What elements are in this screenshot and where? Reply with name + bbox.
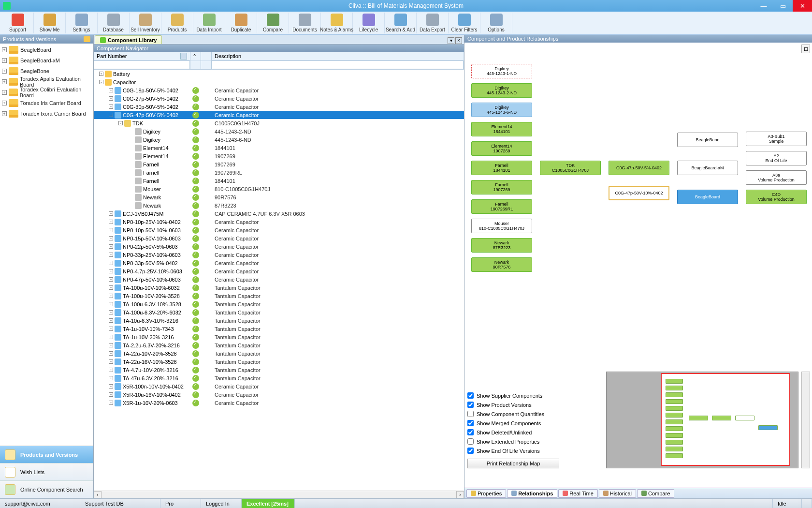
- tab-relationships[interactable]: Relationships: [507, 489, 557, 498]
- expand-icon[interactable]: +: [109, 343, 113, 347]
- expand-icon[interactable]: +: [109, 401, 113, 405]
- ribbon-clear-filters[interactable]: Clear Filters: [449, 13, 480, 33]
- component-grid[interactable]: +Battery-Capacitor+C0G-18p-50V-5%-0402Ce…: [94, 70, 464, 491]
- grid-row[interactable]: +TA-22u-10V-20%-3528Tantalum Capacitor: [94, 349, 464, 358]
- relationship-node[interactable]: Farnell1907269RL: [471, 199, 532, 214]
- expand-icon[interactable]: +: [109, 261, 113, 265]
- expand-icon[interactable]: +: [109, 318, 113, 323]
- expand-icon[interactable]: -: [109, 113, 113, 117]
- ribbon-documents[interactable]: Documents: [289, 13, 321, 33]
- grid-row[interactable]: +NP0-4.7p-25V-10%-0603Ceramic Capacitor: [94, 267, 464, 275]
- relationship-node[interactable]: Mouser810-C1005C0G1H470J: [471, 219, 532, 233]
- ribbon-data-export[interactable]: Data Export: [417, 13, 449, 33]
- tab-component-library[interactable]: Component Library: [95, 35, 162, 44]
- ribbon-support[interactable]: Support: [2, 13, 34, 33]
- expand-icon[interactable]: -: [118, 121, 123, 125]
- product-item[interactable]: +Toradex Ixora Carrier Board: [0, 108, 93, 119]
- nav-products-versions[interactable]: Products and Versions: [0, 446, 93, 463]
- grid-row[interactable]: +TA-100u-6.3V-10%-3528Tantalum Capacitor: [94, 300, 464, 308]
- col-status[interactable]: [201, 52, 211, 61]
- checkbox[interactable]: [467, 420, 474, 426]
- ribbon-compare[interactable]: Compare: [257, 13, 289, 33]
- expand-icon[interactable]: +: [109, 368, 113, 372]
- relationship-node[interactable]: Element141844101: [471, 122, 532, 136]
- expand-icon[interactable]: +: [2, 69, 7, 74]
- grid-row[interactable]: +NP0-33p-50V-5%-0402Ceramic Capacitor: [94, 259, 464, 267]
- expand-icon[interactable]: +: [109, 236, 113, 240]
- relationship-node[interactable]: Newark87R3223: [471, 238, 532, 253]
- expand-icon[interactable]: +: [109, 211, 113, 216]
- expand-icon[interactable]: +: [109, 302, 113, 306]
- expand-icon[interactable]: +: [109, 376, 113, 380]
- relationship-node[interactable]: BeagleBoard: [677, 190, 738, 204]
- grid-row[interactable]: +TA-1u-10V-20%-3216Tantalum Capacitor: [94, 333, 464, 341]
- checkbox[interactable]: [467, 411, 474, 417]
- grid-row[interactable]: +NP0-22p-50V-5%-0603Ceramic Capacitor: [94, 242, 464, 251]
- grid-row[interactable]: Farnell1907269: [94, 160, 464, 168]
- option-show-merged-components[interactable]: Show Merged Components: [467, 420, 559, 426]
- maximize-button[interactable]: ▭: [773, 0, 793, 12]
- grid-row[interactable]: +TA-4.7u-10V-20%-3216Tantalum Capacitor: [94, 366, 464, 374]
- grid-row[interactable]: +TA-1u-10V-10%-7343Tantalum Capacitor: [94, 325, 464, 333]
- grid-row[interactable]: +TA-22u-16V-10%-3528Tantalum Capacitor: [94, 358, 464, 366]
- ribbon-database[interactable]: Database: [98, 13, 130, 33]
- tab-properties[interactable]: Properties: [466, 489, 506, 498]
- grid-row[interactable]: Mouser810-C1005C0G1H470J: [94, 185, 464, 193]
- grid-row[interactable]: +NP0-33p-25V-10%-0603Ceramic Capacitor: [94, 251, 464, 259]
- filter-part-number[interactable]: [94, 60, 190, 69]
- relationship-node[interactable]: TDKC1005C0G1H470J: [540, 161, 601, 175]
- expand-icon[interactable]: +: [109, 277, 113, 282]
- relationship-node[interactable]: Element141907269: [471, 141, 532, 156]
- grid-row[interactable]: +X5R-1u-10V-20%-0603Ceramic Capacitor: [94, 399, 464, 407]
- minimize-button[interactable]: —: [754, 0, 773, 12]
- checkbox[interactable]: [467, 429, 474, 435]
- expand-icon[interactable]: +: [109, 335, 113, 339]
- checkbox[interactable]: [467, 402, 474, 408]
- product-item[interactable]: +Toradex Iris Carrier Board: [0, 98, 93, 108]
- close-button[interactable]: ✕: [793, 0, 812, 12]
- product-item[interactable]: +BeagleBone: [0, 66, 93, 76]
- grid-row[interactable]: -Capacitor: [94, 78, 464, 86]
- grid-row[interactable]: +TA-100u-10V-10%-6032Tantalum Capacitor: [94, 284, 464, 292]
- relationship-node[interactable]: Farnell1907269: [471, 180, 532, 194]
- ribbon-settings[interactable]: Settings: [66, 13, 98, 33]
- tab-real-time[interactable]: Real Time: [558, 489, 598, 498]
- grid-row[interactable]: +NP0-10p-50V-10%-0603Ceramic Capacitor: [94, 226, 464, 234]
- grid-row[interactable]: +TA-2.2u-6.3V-20%-3216Tantalum Capacitor: [94, 341, 464, 349]
- relationship-node[interactable]: Digikey445-1243-2-ND: [471, 83, 532, 98]
- expand-icon[interactable]: +: [109, 392, 113, 397]
- relationship-node[interactable]: Digikey445-1243-6-ND: [471, 103, 532, 117]
- nav-online-search[interactable]: Online Component Search: [0, 481, 93, 498]
- grid-row[interactable]: Newark90R7576: [94, 193, 464, 201]
- expand-icon[interactable]: +: [109, 269, 113, 273]
- checkbox[interactable]: [467, 448, 474, 454]
- grid-row[interactable]: Farnell1844101: [94, 177, 464, 185]
- product-item[interactable]: +BeagleBoard: [0, 45, 93, 55]
- ribbon-show-me[interactable]: Show Me: [34, 13, 66, 33]
- grid-row[interactable]: Element141907269: [94, 152, 464, 160]
- grid-row[interactable]: +C0G-18p-50V-5%-0402Ceramic Capacitor: [94, 86, 464, 94]
- grid-row[interactable]: -TDKC1005C0G1H470J: [94, 119, 464, 127]
- ribbon-search-add[interactable]: Search & Add: [385, 13, 417, 33]
- expand-icon[interactable]: +: [109, 244, 113, 249]
- product-item[interactable]: +BeagleBoard-xM: [0, 55, 93, 66]
- expand-icon[interactable]: +: [109, 310, 113, 314]
- expand-icon[interactable]: -: [99, 80, 103, 84]
- relationship-node[interactable]: C0G-47p-50V-5%-0402: [609, 161, 669, 175]
- relationship-node[interactable]: Newark90R7576: [471, 257, 532, 272]
- scroll-right-button[interactable]: ›: [456, 491, 464, 498]
- grid-row[interactable]: +TA-47u-6.3V-20%-3216Tantalum Capacitor: [94, 374, 464, 382]
- nav-wish-lists[interactable]: Wish Lists: [0, 463, 93, 481]
- grid-row[interactable]: +X5R-10u-16V-10%-0402Ceramic Capacitor: [94, 390, 464, 399]
- expand-icon[interactable]: +: [109, 294, 113, 298]
- relationship-node[interactable]: C4DVolume Production: [746, 190, 807, 204]
- expand-icon[interactable]: +: [109, 228, 113, 232]
- tab-compare[interactable]: Compare: [637, 489, 674, 498]
- filter-icon[interactable]: [180, 53, 187, 60]
- expand-icon[interactable]: +: [109, 384, 113, 388]
- relationship-canvas[interactable]: ⊡ Show Supplier ComponentsShow Product V…: [464, 43, 812, 488]
- option-show-end-of-life-versions[interactable]: Show End Of Life Versions: [467, 448, 559, 454]
- relationship-node[interactable]: BeagleBone: [677, 133, 738, 147]
- relationship-node[interactable]: A2End Of Life: [746, 151, 807, 165]
- expand-icon[interactable]: +: [109, 253, 113, 257]
